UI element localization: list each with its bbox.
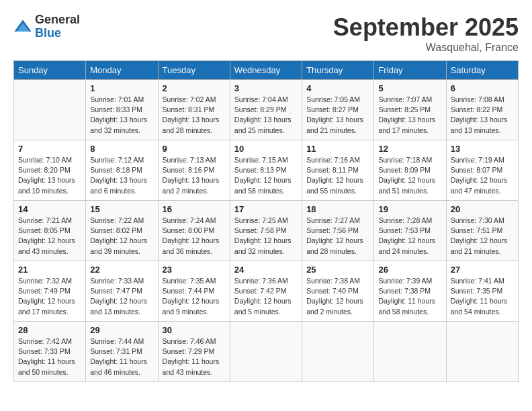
day-cell [230,322,302,382]
day-number: 30 [163,325,226,335]
day-number: 7 [18,144,81,154]
day-info: Sunrise: 7:18 AMSunset: 8:09 PMDaylight:… [378,155,441,196]
day-cell: 14Sunrise: 7:21 AMSunset: 8:05 PMDayligh… [14,201,86,261]
day-number: 23 [163,265,226,275]
day-cell: 8Sunrise: 7:12 AMSunset: 8:18 PMDaylight… [86,140,158,201]
header-day-thursday: Thursday [302,61,374,80]
day-info: Sunrise: 7:08 AMSunset: 8:22 PMDaylight:… [451,95,514,136]
header-row: SundayMondayTuesdayWednesdayThursdayFrid… [14,61,519,80]
calendar-header: SundayMondayTuesdayWednesdayThursdayFrid… [14,61,519,80]
day-cell: 16Sunrise: 7:24 AMSunset: 8:00 PMDayligh… [158,201,230,261]
subtitle: Wasquehal, France [333,42,519,54]
day-number: 20 [451,204,514,214]
day-cell: 9Sunrise: 7:13 AMSunset: 8:16 PMDaylight… [158,140,230,201]
day-number: 5 [378,83,441,93]
day-cell: 28Sunrise: 7:42 AMSunset: 7:33 PMDayligh… [14,322,86,382]
day-cell: 23Sunrise: 7:35 AMSunset: 7:44 PMDayligh… [158,261,230,322]
day-cell: 21Sunrise: 7:32 AMSunset: 7:49 PMDayligh… [14,261,86,322]
day-number: 29 [90,325,153,335]
day-info: Sunrise: 7:10 AMSunset: 8:20 PMDaylight:… [18,155,81,196]
logo-icon [13,17,32,36]
day-info: Sunrise: 7:41 AMSunset: 7:35 PMDaylight:… [451,276,514,317]
month-title: September 2025 [333,13,519,42]
day-cell: 11Sunrise: 7:16 AMSunset: 8:11 PMDayligh… [302,140,374,201]
day-info: Sunrise: 7:02 AMSunset: 8:31 PMDaylight:… [163,95,226,136]
week-row-4: 28Sunrise: 7:42 AMSunset: 7:33 PMDayligh… [14,322,519,382]
day-cell: 27Sunrise: 7:41 AMSunset: 7:35 PMDayligh… [446,261,518,322]
header-day-monday: Monday [86,61,158,80]
day-info: Sunrise: 7:15 AMSunset: 8:13 PMDaylight:… [234,155,298,196]
day-cell: 19Sunrise: 7:28 AMSunset: 7:53 PMDayligh… [374,201,446,261]
day-info: Sunrise: 7:04 AMSunset: 8:29 PMDaylight:… [234,95,298,136]
day-info: Sunrise: 7:05 AMSunset: 8:27 PMDaylight:… [306,95,369,136]
day-info: Sunrise: 7:24 AMSunset: 8:00 PMDaylight:… [163,216,226,257]
day-number: 19 [378,204,441,214]
day-info: Sunrise: 7:39 AMSunset: 7:38 PMDaylight:… [378,276,441,317]
day-number: 21 [18,265,81,275]
header-day-friday: Friday [374,61,446,80]
day-cell: 3Sunrise: 7:04 AMSunset: 8:29 PMDaylight… [230,80,302,140]
day-info: Sunrise: 7:38 AMSunset: 7:40 PMDaylight:… [306,276,369,317]
day-cell: 13Sunrise: 7:19 AMSunset: 8:07 PMDayligh… [446,140,518,201]
day-cell: 5Sunrise: 7:07 AMSunset: 8:25 PMDaylight… [374,80,446,140]
day-info: Sunrise: 7:30 AMSunset: 7:51 PMDaylight:… [451,216,514,257]
day-number: 10 [234,144,298,154]
day-cell: 20Sunrise: 7:30 AMSunset: 7:51 PMDayligh… [446,201,518,261]
day-cell: 15Sunrise: 7:22 AMSunset: 8:02 PMDayligh… [86,201,158,261]
day-number: 28 [18,325,81,335]
day-cell: 24Sunrise: 7:36 AMSunset: 7:42 PMDayligh… [230,261,302,322]
day-cell: 17Sunrise: 7:25 AMSunset: 7:58 PMDayligh… [230,201,302,261]
day-number: 15 [90,204,153,214]
day-cell [374,322,446,382]
day-cell: 1Sunrise: 7:01 AMSunset: 8:33 PMDaylight… [86,80,158,140]
day-cell: 10Sunrise: 7:15 AMSunset: 8:13 PMDayligh… [230,140,302,201]
page-header: General Blue September 2025 Wasquehal, F… [13,13,519,54]
day-info: Sunrise: 7:21 AMSunset: 8:05 PMDaylight:… [18,216,81,257]
day-number: 25 [306,265,369,275]
day-info: Sunrise: 7:44 AMSunset: 7:31 PMDaylight:… [90,336,153,377]
day-info: Sunrise: 7:19 AMSunset: 8:07 PMDaylight:… [451,155,514,196]
day-info: Sunrise: 7:46 AMSunset: 7:29 PMDaylight:… [163,336,226,377]
week-row-1: 7Sunrise: 7:10 AMSunset: 8:20 PMDaylight… [14,140,519,201]
day-cell: 29Sunrise: 7:44 AMSunset: 7:31 PMDayligh… [86,322,158,382]
day-cell: 26Sunrise: 7:39 AMSunset: 7:38 PMDayligh… [374,261,446,322]
day-info: Sunrise: 7:42 AMSunset: 7:33 PMDaylight:… [18,336,81,377]
header-day-saturday: Saturday [446,61,518,80]
day-number: 2 [163,83,226,93]
day-info: Sunrise: 7:01 AMSunset: 8:33 PMDaylight:… [90,95,153,136]
day-info: Sunrise: 7:27 AMSunset: 7:56 PMDaylight:… [306,216,369,257]
day-cell: 4Sunrise: 7:05 AMSunset: 8:27 PMDaylight… [302,80,374,140]
week-row-0: 1Sunrise: 7:01 AMSunset: 8:33 PMDaylight… [14,80,519,140]
logo-text: General Blue [35,13,80,40]
header-day-sunday: Sunday [14,61,86,80]
day-cell [14,80,86,140]
day-number: 14 [18,204,81,214]
day-cell: 25Sunrise: 7:38 AMSunset: 7:40 PMDayligh… [302,261,374,322]
day-number: 1 [90,83,153,93]
day-cell: 7Sunrise: 7:10 AMSunset: 8:20 PMDaylight… [14,140,86,201]
calendar-table: SundayMondayTuesdayWednesdayThursdayFrid… [13,60,519,382]
logo: General Blue [13,13,80,40]
day-cell: 22Sunrise: 7:33 AMSunset: 7:47 PMDayligh… [86,261,158,322]
day-number: 4 [306,83,369,93]
day-number: 12 [378,144,441,154]
day-info: Sunrise: 7:35 AMSunset: 7:44 PMDaylight:… [163,276,226,317]
day-info: Sunrise: 7:36 AMSunset: 7:42 PMDaylight:… [234,276,298,317]
day-number: 22 [90,265,153,275]
calendar-body: 1Sunrise: 7:01 AMSunset: 8:33 PMDaylight… [14,80,519,382]
logo-blue: Blue [35,27,80,40]
day-cell: 12Sunrise: 7:18 AMSunset: 8:09 PMDayligh… [374,140,446,201]
day-number: 8 [90,144,153,154]
day-number: 16 [163,204,226,214]
day-info: Sunrise: 7:07 AMSunset: 8:25 PMDaylight:… [378,95,441,136]
day-number: 26 [378,265,441,275]
day-info: Sunrise: 7:13 AMSunset: 8:16 PMDaylight:… [163,155,226,196]
day-info: Sunrise: 7:25 AMSunset: 7:58 PMDaylight:… [234,216,298,257]
logo-general: General [35,13,80,27]
day-number: 24 [234,265,298,275]
week-row-3: 21Sunrise: 7:32 AMSunset: 7:49 PMDayligh… [14,261,519,322]
day-info: Sunrise: 7:28 AMSunset: 7:53 PMDaylight:… [378,216,441,257]
day-cell: 30Sunrise: 7:46 AMSunset: 7:29 PMDayligh… [158,322,230,382]
day-number: 3 [234,83,298,93]
day-cell: 6Sunrise: 7:08 AMSunset: 8:22 PMDaylight… [446,80,518,140]
